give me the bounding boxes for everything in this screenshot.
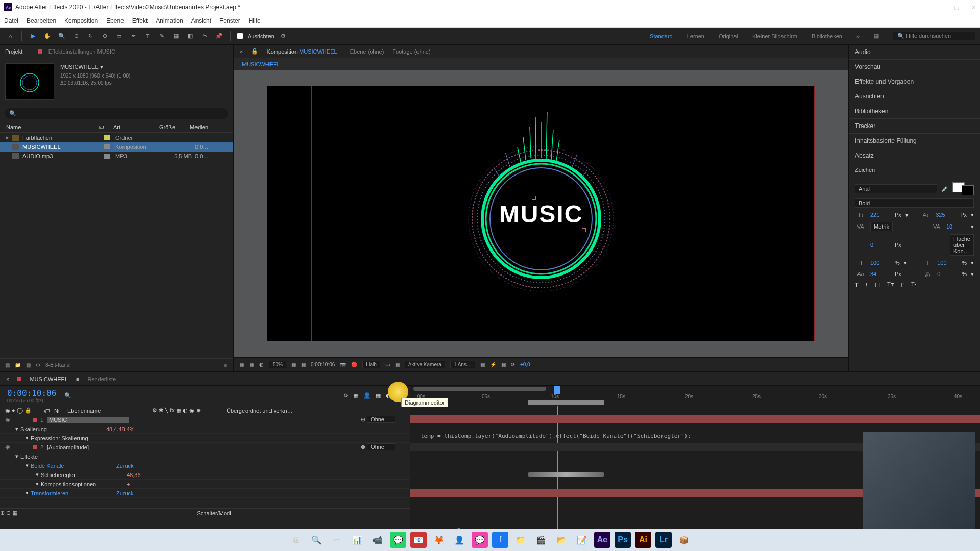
subscript-icon[interactable]: T₁ [911,281,917,288]
selection-tool-icon[interactable]: ▶ [28,31,38,41]
smallcaps-icon[interactable]: Tᴛ [887,281,894,288]
timecode[interactable]: 0:00:10:06 [311,362,335,367]
tb-notes[interactable]: 📁 [512,532,529,548]
project-item[interactable]: ▸FarbflächenOrdner [0,133,233,142]
transparency-icon[interactable]: ▦ [395,362,400,367]
hscale-input[interactable]: 100 [937,260,958,266]
panel-tracker[interactable]: Tracker [849,119,980,134]
new-folder-icon[interactable]: 📁 [15,362,21,368]
bold-icon[interactable]: T [855,282,859,288]
timeline-row[interactable]: ▾Kompositionsoptionen+ – [0,480,410,489]
menu-bearbeiten[interactable]: Bearbeiten [27,17,56,24]
menu-ansicht[interactable]: Ansicht [191,17,211,24]
stroke-color-swatch[interactable] [962,185,974,195]
tb-photoshop[interactable]: Ps [615,532,631,548]
workspace-more-icon[interactable]: » [856,33,860,39]
tb-explorer[interactable]: 📂 [553,532,570,548]
anchor-tool-icon[interactable]: ⊕ [100,31,110,41]
tab-projekt[interactable]: Projekt [5,48,22,55]
camera-dropdown[interactable]: Aktive Kamera [405,361,445,368]
font-family-dropdown[interactable]: Arial [855,184,937,193]
rotate-tool-icon[interactable]: ↻ [85,31,95,41]
exposure[interactable]: +0,0 [520,362,530,367]
tsume-input[interactable]: 0 [937,271,958,277]
col-groesse[interactable]: Größe [159,124,190,130]
views-dropdown[interactable]: 1 Ans… [450,361,475,368]
puppet-tool-icon[interactable]: 📌 [214,31,224,41]
stamp-tool-icon[interactable]: ▦ [171,31,181,41]
tb-whatsapp[interactable]: 💬 [390,532,406,548]
panel-inhaltsbasiert[interactable]: Inhaltsbasierte Füllung [849,134,980,148]
project-item[interactable]: MUSICWHEELKomposition0:0… [0,142,233,152]
allcaps-icon[interactable]: TT [874,282,880,288]
expression-text[interactable]: temp = thisComp.layer("Audioamplitude").… [421,433,691,439]
trash-icon[interactable]: 🗑 [223,362,228,368]
grid-icon[interactable]: ▦ [291,362,296,367]
pixel-icon[interactable]: ▦ [480,362,485,367]
tl-shy-icon[interactable]: 👤 [363,392,371,399]
timeline-row[interactable]: ▾Expression: Skalierung [0,434,410,443]
tb-firefox[interactable]: 🦊 [431,532,447,548]
fill-over-stroke-dropdown[interactable]: Fläche über Kon… [950,234,974,256]
fast-icon[interactable]: ⚡ [490,362,496,367]
timeline-row[interactable]: ▾Beide KanäleZurück [0,461,410,470]
workspace-standard[interactable]: Standard [650,33,673,39]
composition-viewer[interactable]: MUSIC [234,70,848,357]
col-medien[interactable]: Medien- [190,124,220,130]
tab-effekteinstellungen[interactable]: Effekteinstellungen MUSIC [48,48,115,55]
tb-app1[interactable]: 👤 [451,532,468,548]
project-item[interactable]: AUDIO.mp3MP35,5 MB0:0… [0,152,233,161]
col-art[interactable]: Art [113,124,159,130]
project-search-input[interactable]: 🔍 [5,108,228,119]
workspace-kleiner[interactable]: Kleiner Bildschirm [752,33,797,39]
orbit-tool-icon[interactable]: ⊙ [71,31,81,41]
superscript-icon[interactable]: T¹ [900,282,905,288]
tb-camera[interactable]: 📹 [370,532,386,548]
vscale-input[interactable]: 100 [870,260,891,266]
tb-aftereffects[interactable]: Ae [594,532,610,548]
res-icon[interactable]: ▦ [250,362,254,367]
mask-icon[interactable]: ◐ [259,362,264,367]
col-tag-icon[interactable]: 🏷 [98,124,113,130]
workspace-lernen[interactable]: Lernen [687,33,704,39]
snap-checkbox[interactable] [237,33,243,39]
tab-renderliste[interactable]: Renderliste [87,376,116,382]
col-name[interactable]: Name [6,124,98,130]
home-icon[interactable]: ⌂ [5,31,15,41]
close-button[interactable]: ✕ [971,4,976,11]
roto-tool-icon[interactable]: ✂ [200,31,210,41]
new-comp-icon[interactable]: ▦ [26,362,31,368]
alpha-icon[interactable]: ▦ [240,362,244,367]
tl-search-icon[interactable]: 🔍 [64,392,71,399]
playhead[interactable] [554,386,560,394]
help-search-input[interactable]: 🔍 Hilfe durchsuchen [893,32,975,40]
tb-facebook[interactable]: f [492,532,508,548]
tl-toggle-icon[interactable]: ⊕ ⊖ ▦ [0,510,17,516]
menu-komposition[interactable]: Komposition [64,17,98,24]
menu-animation[interactable]: Animation [156,17,183,24]
panel-audio[interactable]: Audio [849,45,980,60]
shape-tool-icon[interactable]: ▭ [114,31,124,41]
tab-timeline-comp[interactable]: MUSICWHEEL [30,376,68,382]
zoom-tool-icon[interactable]: 🔍 [57,31,67,41]
comp-lock-icon[interactable]: 🔒 [251,48,258,55]
italic-icon[interactable]: T [865,282,868,288]
eraser-tool-icon[interactable]: ◧ [185,31,195,41]
tab-komposition[interactable]: Komposition MUSICWHEEL ≡ [266,48,341,55]
render-icon[interactable]: ⟳ [511,362,515,367]
timeline-row[interactable]: ◉2[Audioamplitude]⊚ Ohne [0,443,410,452]
timeline-row[interactable]: ▾Skalierung48,4,48,4% [0,424,410,434]
timeline-timecode[interactable]: 0:00:10:06 [7,388,56,398]
menu-effekt[interactable]: Effekt [132,17,148,24]
roi-icon[interactable]: ▭ [385,362,390,367]
timeline-ruler[interactable]: :00s 05s 10s 15s 20s 25s 30s 35s 40s [410,386,980,406]
tb-search[interactable]: 🔍 [308,532,325,548]
font-weight-dropdown[interactable]: Bold [855,198,974,208]
baseline-input[interactable]: 34 [870,271,891,277]
minimize-button[interactable]: — [936,4,942,11]
channel-icon[interactable]: 🔴 [351,362,357,367]
tl-comp-icon[interactable]: ⟳ [344,392,348,399]
tb-start[interactable]: ⊞ [288,532,304,548]
timeline-row[interactable]: ◉1MUSIC⊚ Ohne [0,415,410,424]
leading-input[interactable]: 325 [936,212,956,218]
